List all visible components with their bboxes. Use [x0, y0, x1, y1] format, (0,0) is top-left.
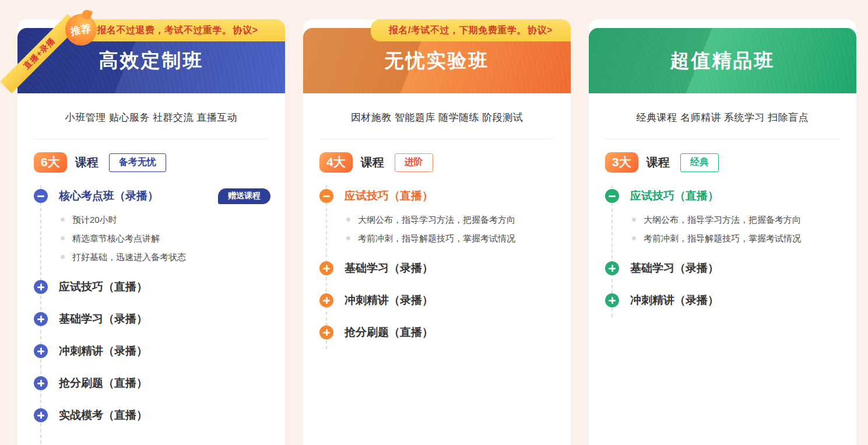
divider [605, 139, 840, 139]
card-tagline: 经典课程 名师精讲 系统学习 扫除盲点 [605, 111, 840, 124]
course-list: 核心考点班（录播） 赠送课程 预计20小时 精选章节核心考点讲解 打好基础，迅速… [34, 187, 269, 424]
dot-icon [61, 236, 65, 240]
card-tagline: 小班管理 贴心服务 社群交流 直播互动 [34, 111, 269, 124]
course-count-label: 课程 [361, 155, 384, 170]
course-count-row: 4大 课程 进阶 [319, 152, 554, 173]
detail-text: 精选章节核心考点讲解 [72, 232, 160, 245]
course-item[interactable]: 基础学习（录播） [34, 310, 269, 328]
card-body: 因材施教 智能题库 随学随练 阶段测试 4大 课程 进阶 应试技巧（直播） 大纲… [303, 111, 571, 341]
detail-text: 预计20小时 [72, 213, 117, 226]
card-header: 超值精品班 [589, 28, 856, 93]
course-count-badge: 6大 [34, 152, 67, 173]
course-name: 应试技巧（直播） [59, 279, 147, 295]
dot-icon [346, 218, 350, 222]
card-tagline: 因材施教 智能题库 随学随练 阶段测试 [319, 111, 554, 124]
guarantee-banner: 报名/考试不过，下期免费重学。协议> [371, 19, 571, 41]
plus-circle-icon[interactable] [34, 280, 48, 294]
detail-text: 大纲公布，指导学习方法，把握备考方向 [644, 213, 801, 226]
divider [319, 139, 554, 139]
course-item[interactable]: 实战模考（直播） [34, 407, 269, 424]
guarantee-text: 报名/考试不过，下期免费重学。 [389, 24, 526, 37]
card-wuyou-shiyan: 报名/考试不过，下期免费重学。协议> 无忧实验班 因材施教 智能题库 随学随练 … [303, 19, 571, 445]
course-name: 核心考点班（录播） [59, 188, 159, 204]
guarantee-text: 报名不过退费，考试不过重学。 [97, 24, 232, 37]
recommend-flame-icon: 推荐 [65, 14, 97, 45]
dot-icon [61, 218, 65, 222]
course-item[interactable]: 基础学习（录播） [605, 260, 840, 277]
course-name: 抢分刷题（直播） [345, 325, 433, 340]
detail-item: 考前冲刺，指导解题技巧，掌握考试情况 [346, 232, 554, 245]
plus-circle-icon[interactable] [319, 325, 333, 339]
plus-circle-icon[interactable] [605, 293, 619, 307]
card-body: 经典课程 名师精讲 系统学习 扫除盲点 3大 课程 经典 应试技巧（直播） 大纲… [589, 111, 856, 309]
course-count-row: 3大 课程 经典 [605, 152, 840, 173]
course-item[interactable]: 抢分刷题（直播） [319, 324, 554, 341]
course-count-label: 课程 [646, 155, 670, 170]
detail-item: 考前冲刺，指导解题技巧，掌握考试情况 [632, 232, 840, 245]
dot-icon [632, 218, 636, 222]
plus-circle-icon[interactable] [605, 261, 619, 275]
course-details: 大纲公布，指导学习方法，把握备考方向 考前冲刺，指导解题技巧，掌握考试情况 [346, 213, 554, 245]
ribbon-label: 直播+录播 [22, 36, 58, 72]
course-count-badge: 4大 [319, 152, 353, 173]
course-item[interactable]: 应试技巧（直播） [605, 187, 840, 205]
card-gaoxiao-dingzhi: 报名不过退费，考试不过重学。协议> 推荐 直播+录播 高效定制班 小班管理 贴心… [17, 19, 285, 445]
plus-circle-icon[interactable] [34, 408, 48, 422]
course-item[interactable]: 核心考点班（录播） 赠送课程 [34, 187, 269, 205]
guarantee-banner: 报名不过退费，考试不过重学。协议> [70, 19, 285, 41]
course-name: 抢分刷题（直播） [59, 376, 147, 391]
detail-item: 大纲公布，指导学习方法，把握备考方向 [632, 213, 840, 226]
detail-text: 考前冲刺，指导解题技巧，掌握考试情况 [358, 232, 515, 245]
course-details: 预计20小时 精选章节核心考点讲解 打好基础，迅速进入备考状态 [61, 213, 269, 264]
agreement-link[interactable]: 协议> [528, 24, 553, 37]
course-name: 基础学习（录播） [630, 261, 719, 276]
detail-item: 大纲公布，指导学习方法，把握备考方向 [346, 213, 554, 226]
course-item[interactable]: 抢分刷题（直播） [34, 374, 269, 392]
course-item[interactable]: 应试技巧（直播） [319, 187, 554, 205]
card-tag-badge: 进阶 [395, 153, 433, 172]
card-body: 小班管理 贴心服务 社群交流 直播互动 6大 课程 备考无忧 核心考点班（录播）… [17, 111, 285, 424]
card-title: 无忧实验班 [385, 48, 490, 74]
dot-icon [61, 255, 65, 259]
detail-text: 打好基础，迅速进入备考状态 [72, 250, 186, 264]
plus-circle-icon[interactable] [319, 261, 333, 275]
course-item[interactable]: 应试技巧（直播） [34, 278, 269, 296]
card-title: 高效定制班 [99, 48, 204, 74]
gift-course-badge: 赠送课程 [218, 188, 270, 204]
plus-circle-icon[interactable] [34, 344, 48, 358]
card-title: 超值精品班 [670, 48, 775, 74]
detail-item: 预计20小时 [61, 213, 269, 226]
course-name: 应试技巧（直播） [345, 188, 433, 204]
course-count-label: 课程 [75, 155, 99, 170]
card-chaozhi-jingpin: 超值精品班 经典课程 名师精讲 系统学习 扫除盲点 3大 课程 经典 应试技巧（… [589, 19, 856, 445]
minus-circle-icon[interactable] [34, 189, 48, 203]
course-item[interactable]: 基础学习（录播） [319, 260, 554, 277]
course-name: 基础学习（录播） [345, 261, 433, 276]
course-list: 应试技巧（直播） 大纲公布，指导学习方法，把握备考方向 考前冲刺，指导解题技巧，… [319, 187, 554, 341]
course-item[interactable]: 冲刺精讲（录播） [34, 342, 269, 360]
minus-circle-icon[interactable] [605, 189, 619, 203]
course-name: 冲刺精讲（录播） [59, 344, 147, 359]
detail-item: 精选章节核心考点讲解 [61, 232, 269, 245]
recommend-badge-label: 推荐 [69, 22, 92, 38]
course-count-badge: 3大 [605, 152, 638, 173]
agreement-link[interactable]: 协议> [233, 24, 258, 37]
course-list: 应试技巧（直播） 大纲公布，指导学习方法，把握备考方向 考前冲刺，指导解题技巧，… [605, 187, 840, 309]
detail-item: 打好基础，迅速进入备考状态 [61, 250, 269, 264]
course-name: 应试技巧（直播） [630, 188, 719, 204]
course-name: 冲刺精讲（录播） [345, 293, 433, 308]
course-name: 实战模考（直播） [59, 408, 147, 423]
course-details: 大纲公布，指导学习方法，把握备考方向 考前冲刺，指导解题技巧，掌握考试情况 [632, 213, 840, 245]
minus-circle-icon[interactable] [319, 189, 333, 203]
plus-circle-icon[interactable] [34, 312, 48, 326]
detail-text: 大纲公布，指导学习方法，把握备考方向 [358, 213, 515, 226]
divider [34, 139, 269, 139]
course-item[interactable]: 冲刺精讲（录播） [605, 292, 840, 309]
plus-circle-icon[interactable] [34, 376, 48, 390]
course-name: 冲刺精讲（录播） [630, 293, 719, 308]
course-count-row: 6大 课程 备考无忧 [34, 152, 269, 173]
plus-circle-icon[interactable] [319, 293, 333, 307]
card-tag-badge: 备考无忧 [109, 153, 166, 172]
course-item[interactable]: 冲刺精讲（录播） [319, 292, 554, 309]
course-plan-comparison: 报名不过退费，考试不过重学。协议> 推荐 直播+录播 高效定制班 小班管理 贴心… [0, 0, 868, 445]
